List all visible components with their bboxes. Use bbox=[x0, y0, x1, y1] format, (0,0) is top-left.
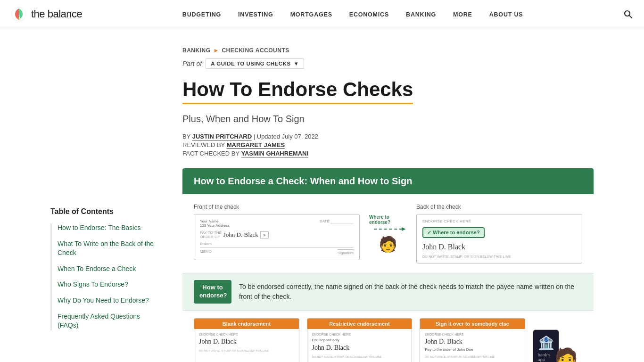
page-wrapper: Table of Contents How to Endorse: The Ba… bbox=[39, 28, 605, 362]
search-button[interactable] bbox=[623, 9, 633, 19]
reviewer-link[interactable]: MARGARET JAMES bbox=[227, 141, 285, 149]
how-to-text: To be endorsed correctly, the name signe… bbox=[239, 280, 582, 302]
mobile-person-icon: 🧑 bbox=[554, 347, 578, 362]
article-title: How To Endorse Checks bbox=[182, 78, 413, 104]
toc-title: Table of Contents bbox=[50, 207, 159, 216]
mobile-deposit-area: 🏦 bank's app 🧑 bbox=[533, 318, 582, 362]
nav-item-investing[interactable]: INVESTING bbox=[238, 10, 273, 18]
check-back: ENDORSE CHECK HERE ✓ Where to endorse? J… bbox=[416, 214, 582, 263]
toc-item-3[interactable]: When To Endorse a Check bbox=[58, 264, 159, 274]
check-back-section: Back of the check ENDORSE CHECK HERE ✓ W… bbox=[416, 204, 582, 263]
nav-item-more[interactable]: MORE bbox=[453, 10, 472, 18]
infographic-how-to: How to endorse? To be endorsed correctly… bbox=[182, 273, 594, 311]
where-to-endorse-label: Where to endorse? bbox=[369, 214, 407, 225]
breadcrumb-parent-link[interactable]: BANKING bbox=[182, 47, 211, 54]
back-signature: John D. Black bbox=[422, 243, 576, 251]
for-deposit-only: For Deposit only bbox=[312, 338, 407, 342]
article-subtitle: Plus, When and How To Sign bbox=[182, 114, 594, 124]
header-right bbox=[623, 9, 633, 19]
restrictive-endorse-here: ENDORSE CHECK HERE bbox=[312, 333, 407, 336]
infographic-title: How to Endorse a Check: When and How to … bbox=[194, 176, 412, 186]
check-name: Your Name bbox=[200, 219, 230, 223]
check-front-section: Front of the check Your Name 123 Your Ad… bbox=[194, 204, 360, 263]
pay-to-order: Pay to the order of John Doe bbox=[425, 347, 520, 352]
restrictive-endorsement-header: Restrictive endorsement bbox=[307, 319, 412, 329]
back-label: Back of the check bbox=[416, 204, 582, 210]
check-front: Your Name 123 Your Address DATE ________… bbox=[194, 214, 360, 260]
main-nav: BUDGETING INVESTING MORTGAGES ECONOMICS … bbox=[182, 10, 523, 18]
restrictive-do-not-write: DO NOT WRITE, STAMP OR SIGN BELOW THIS L… bbox=[312, 355, 407, 358]
check-pay-line: PAY TO THEORDER OF John D. Black $ bbox=[200, 230, 354, 239]
blank-do-not-write: DO NOT WRITE, STAMP OR SIGN BELOW THIS L… bbox=[199, 349, 294, 352]
header: the balance BUDGETING INVESTING MORTGAGE… bbox=[0, 0, 644, 28]
check-date-label: DATE ___________ bbox=[320, 219, 354, 228]
nav-item-economics[interactable]: ECONOMICS bbox=[349, 10, 389, 18]
blank-endorsement: Blank endorsement ENDORSE CHECK HERE Joh… bbox=[194, 318, 299, 362]
fact-check-byline: FACT CHECKED BY YASMIN GHAHREMANI bbox=[182, 150, 594, 157]
check-memo: MEMO bbox=[200, 249, 212, 255]
sign-over-header: Sign it over to somebody else bbox=[420, 319, 525, 329]
check-sig: Signature bbox=[338, 249, 354, 255]
restrictive-endorsement-body: ENDORSE CHECK HERE For Deposit only John… bbox=[307, 329, 412, 362]
toc-item-5[interactable]: Why Do You Need to Endorse? bbox=[58, 296, 159, 305]
sign-over-body: ENDORSE CHECK HERE John D. Black Pay to … bbox=[420, 329, 525, 362]
updated-date: | Updated July 07, 2022 bbox=[254, 133, 318, 140]
blank-endorsement-body: ENDORSE CHECK HERE John D. Black DO NOT … bbox=[194, 329, 299, 362]
front-label: Front of the check bbox=[194, 204, 360, 210]
endorse-badge: ✓ Where to endorse? bbox=[422, 227, 485, 238]
nav-item-mortgages[interactable]: MORTGAGES bbox=[290, 10, 332, 18]
check-address: 123 Your Address bbox=[200, 223, 230, 228]
series-label: A GUIDE TO USING CHECKS bbox=[211, 61, 290, 66]
fact-checker-link[interactable]: YASMIN GHAHREMANI bbox=[241, 150, 309, 157]
reviewer-byline: REVIEWED BY MARGARET JAMES bbox=[182, 141, 594, 148]
series-dropdown[interactable]: A GUIDE TO USING CHECKS ▼ bbox=[206, 58, 304, 69]
chevron-down-icon: ▼ bbox=[294, 61, 299, 66]
author-byline: BY JUSTIN PRITCHARD | Updated July 07, 2… bbox=[182, 133, 594, 140]
nav-item-about[interactable]: ABOUT US bbox=[489, 10, 523, 18]
part-of-label: Part of bbox=[182, 60, 202, 67]
toc-item-6[interactable]: Frequently Asked Questions (FAQs) bbox=[58, 312, 159, 330]
pay-to-label: PAY TO THEORDER OF bbox=[200, 230, 222, 239]
dashed-arrow-icon bbox=[374, 229, 402, 230]
toc-item-4[interactable]: Who Signs To Endorse? bbox=[58, 280, 159, 289]
infographic-endorsement-types: Blank endorsement ENDORSE CHECK HERE Joh… bbox=[182, 311, 594, 362]
by-label: BY bbox=[182, 133, 192, 140]
bank-app-label: bank's app bbox=[538, 353, 554, 362]
infographic: How to Endorse a Check: When and How to … bbox=[182, 168, 594, 362]
part-of: Part of A GUIDE TO USING CHECKS ▼ bbox=[182, 58, 594, 69]
check-amount: $ bbox=[260, 231, 269, 239]
author-link[interactable]: JUSTIN PRITCHARD bbox=[192, 133, 252, 140]
infographic-check-area: Front of the check Your Name 123 Your Ad… bbox=[182, 194, 594, 273]
logo-link[interactable]: the balance bbox=[11, 7, 82, 22]
arrow-area: Where to endorse? 🧑 bbox=[369, 204, 407, 263]
sign-over-endorse-here: ENDORSE CHECK HERE bbox=[425, 333, 520, 336]
nav-item-banking[interactable]: BANKING bbox=[406, 10, 436, 18]
endorse-here-label: ENDORSE CHECK HERE bbox=[422, 219, 576, 223]
check-memo-sig: MEMO Signature bbox=[200, 249, 354, 255]
nav-item-budgeting[interactable]: BUDGETING bbox=[182, 10, 221, 18]
bank-icon: 🏦 bbox=[538, 335, 554, 351]
reviewed-by-label: REVIEWED BY bbox=[182, 141, 227, 148]
breadcrumb-arrow-icon: ► bbox=[214, 47, 219, 54]
person-figure-icon: 🧑 bbox=[379, 235, 397, 253]
do-not-write-label: DO NOT WRITE, STAMP, OR SIGN BELOW THIS … bbox=[422, 255, 576, 258]
sign-over-sig: John D. Black bbox=[425, 338, 520, 346]
main-content: BANKING ► CHECKING ACCOUNTS Part of A GU… bbox=[173, 28, 594, 362]
fact-checked-label: FACT CHECKED BY bbox=[182, 150, 241, 157]
infographic-header: How to Endorse a Check: When and How to … bbox=[182, 168, 594, 194]
blank-endorse-here: ENDORSE CHECK HERE bbox=[199, 333, 294, 336]
svg-line-2 bbox=[629, 16, 632, 18]
sign-over-endorsement: Sign it over to somebody else ENDORSE CH… bbox=[420, 318, 525, 362]
sidebar: Table of Contents How to Endorse: The Ba… bbox=[50, 28, 173, 362]
breadcrumb: BANKING ► CHECKING ACCOUNTS bbox=[182, 47, 594, 54]
nav-list: BUDGETING INVESTING MORTGAGES ECONOMICS … bbox=[182, 10, 523, 18]
blank-endorsement-header: Blank endorsement bbox=[194, 319, 299, 329]
toc-item-1[interactable]: How to Endorse: The Basics bbox=[58, 223, 159, 233]
check-dollars-line: Dollars bbox=[200, 242, 354, 247]
how-to-badge: How to endorse? bbox=[194, 280, 231, 304]
search-icon bbox=[623, 9, 633, 19]
restrictive-endorsement: Restrictive endorsement ENDORSE CHECK HE… bbox=[307, 318, 413, 362]
toc-list: How to Endorse: The Basics What To Write… bbox=[50, 223, 159, 330]
sign-over-do-not-write: DO NOT WRITE, STAMP OR SIGN BELOW THIS L… bbox=[425, 355, 520, 358]
toc-item-2[interactable]: What To Write on the Back of the Check bbox=[58, 239, 159, 258]
